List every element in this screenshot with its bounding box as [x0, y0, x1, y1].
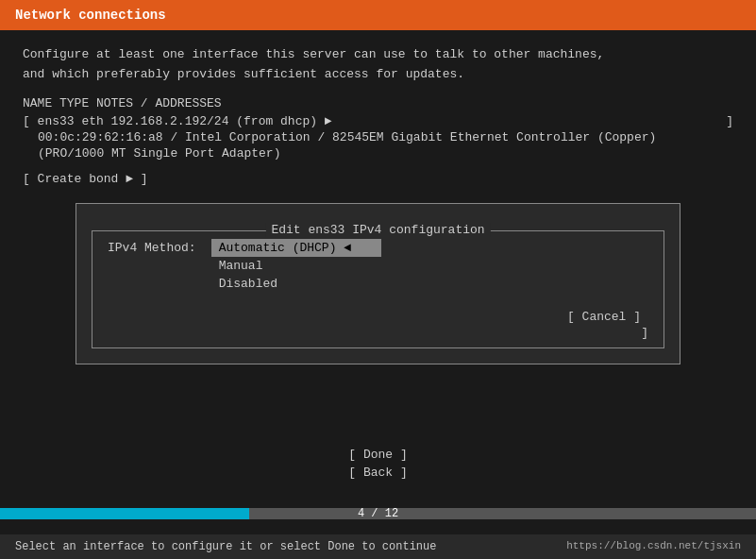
done-button[interactable]: [ Done ] [0, 448, 756, 462]
interface-detail-1: 00:0c:29:62:16:a8 / Intel Corporation / … [23, 130, 733, 144]
ipv4-method-dropdown[interactable]: Automatic (DHCP) ◄ Manual Disabled [211, 239, 381, 293]
bottom-buttons: [ Done ] [ Back ] [0, 444, 756, 483]
description-line2: and which preferably provides sufficient… [23, 65, 733, 85]
progress-bar-container: 4 / 12 [0, 508, 756, 519]
create-bond[interactable]: [ Create bond ► ] [23, 172, 733, 186]
description: Configure at least one interface this se… [23, 45, 733, 85]
description-line1: Configure at least one interface this se… [23, 45, 733, 65]
dropdown-option-dhcp[interactable]: Automatic (DHCP) ◄ [211, 239, 381, 257]
main-content: Configure at least one interface this se… [0, 30, 756, 201]
modal-body: IPv4 Method: Automatic (DHCP) ◄ Manual D… [92, 231, 664, 300]
cancel-button[interactable]: [ Cancel ] [560, 308, 648, 326]
status-bar: Select an interface to configure it or s… [0, 534, 756, 559]
title-bar: Network connections [0, 0, 756, 30]
progress-fill [0, 508, 249, 519]
status-text: Select an interface to configure it or s… [15, 540, 436, 553]
interface-row[interactable]: [ ens33 eth 192.168.2.192/24 (from dhcp)… [23, 114, 733, 128]
modal-title: Edit ens33 IPv4 configuration [265, 223, 490, 237]
dropdown-option-manual[interactable]: Manual [211, 257, 381, 275]
progress-label: 4 / 12 [358, 507, 398, 520]
modal-buttons: [ Cancel ] [92, 308, 664, 326]
modal-dialog: Edit ens33 IPv4 configuration IPv4 Metho… [76, 203, 680, 364]
progress-track: 4 / 12 [0, 508, 756, 519]
modal-border: Edit ens33 IPv4 configuration IPv4 Metho… [92, 230, 664, 348]
ipv4-label: IPv4 Method: [108, 239, 196, 255]
table-header: NAME TYPE NOTES / ADDRESSES [23, 96, 733, 110]
dropdown-option-disabled[interactable]: Disabled [211, 275, 381, 293]
title-text: Network connections [15, 8, 166, 23]
watermark: https://blog.csdn.net/tjsxin [566, 540, 741, 553]
interface-detail-2: (PRO/1000 MT Single Port Adapter) [23, 146, 733, 161]
back-button[interactable]: [ Back ] [0, 466, 756, 480]
